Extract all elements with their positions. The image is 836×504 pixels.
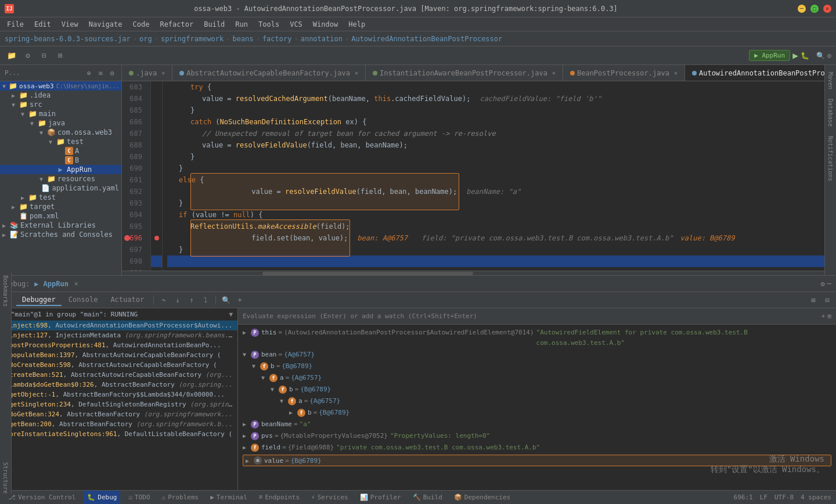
status-services[interactable]: ⚡ Services [308,491,352,505]
stack-frame-0[interactable]: inject:698, AutowiredAnnotationBeanPostP… [0,321,237,330]
scroll-thumb[interactable] [262,272,473,275]
stack-frame-3[interactable]: populateBean:1397, AbstractAutowireCapab… [0,350,237,360]
status-profiler[interactable]: 📊 Profiler [356,491,405,505]
tab-1[interactable]: AbstractAutowireCapableBeanFactory.java … [172,65,366,81]
tab-0[interactable]: .java ✕ [122,65,172,81]
run-to-cursor-btn[interactable]: ⤵ [199,294,212,307]
stack-frame-4[interactable]: doCreateBean:598, AbstractAutowireCapabl… [0,360,237,370]
menu-edit[interactable]: Edit [30,19,56,30]
debug-button[interactable]: 🐛 [801,52,809,60]
tree-test[interactable]: ▶ 📁 test [0,193,121,202]
tab-4[interactable]: AutowiredAnnotationBeanPostProcessor.jav… [685,65,824,81]
tree-main[interactable]: ▼ 📁 main [0,109,121,118]
search-button[interactable]: 🔍 [816,52,825,60]
add-watch-btn[interactable]: + [233,294,246,307]
tree-appyaml[interactable]: 📄 application.yaml [0,183,121,193]
tree-src[interactable]: ▼ 📁 src [0,100,121,109]
status-version-control[interactable]: ⎇ Version Control [5,491,79,505]
expand-all-icon[interactable]: ⊞ [827,312,831,320]
database-tab[interactable]: Database [825,96,836,129]
var-bean[interactable]: ▼ P bean = {A@6757} [238,349,836,361]
tab-2[interactable]: InstantiationAwareBeanPostProcessor.java… [366,65,563,81]
var-pvs[interactable]: ▶ P pvs = {MutablePropertyValues@7052} "… [238,430,836,442]
var-bean-b[interactable]: ▼ f b = {B@6789} [238,361,836,372]
sidebar-icon-2[interactable]: ≡ [96,69,105,78]
tab-2-close[interactable]: ✕ [552,70,556,76]
menu-tools[interactable]: Tools [254,19,284,30]
debug-apprun[interactable]: AppRun [44,280,69,288]
project-tool-icon[interactable]: 📁 [5,49,19,63]
breadcrumb-jar[interactable]: spring-beans-6.0.3-sources.jar [5,35,131,43]
settings-icon[interactable]: ⚙ [21,49,35,63]
tree-java[interactable]: ▼ 📁 java [0,118,121,128]
sidebar-icon-3[interactable]: ⚙ [107,69,117,78]
evaluate-btn[interactable]: 🔍 [219,294,232,307]
var-field[interactable]: ▶ f field = {Field@6988} "private com.os… [238,442,836,453]
stack-frame-9[interactable]: doGetBean:324, AbstractBeanFactory (org.… [0,409,237,419]
var-bean-b-a-b-b[interactable]: ▶ f b = {B@6789} [238,407,836,419]
breadcrumb-factory[interactable]: factory [262,35,292,43]
stack-frame-8[interactable]: getSingleton:234, DefaultSingletonBeanRe… [0,399,237,409]
layout-btn[interactable]: ⊞ [807,294,820,307]
tree-apprun[interactable]: ▶ AppRun [0,165,121,174]
maven-tab[interactable]: Maven [825,70,836,92]
var-bean-b-a-b[interactable]: ▼ f b = {B@6789} [238,384,836,395]
tree-class-a[interactable]: C A [0,146,121,156]
menu-vcs[interactable]: VCS [285,19,307,30]
debugger-tab[interactable]: Debugger [16,294,62,306]
tab-0-close[interactable]: ✕ [161,70,165,76]
eval-bar[interactable]: Evaluate expression (Enter) or add a wat… [238,308,836,325]
collapse-icon[interactable]: ⊟ [37,49,51,63]
step-into-btn[interactable]: ↓ [171,294,184,307]
menu-file[interactable]: File [2,19,28,30]
menu-view[interactable]: View [57,19,83,30]
run-button[interactable]: ▶ [792,50,798,61]
tree-external-libs[interactable]: ▶ 📚 External Libraries [0,221,121,230]
app-run-selector[interactable]: ▶ AppRun [749,50,790,61]
tab-3-close[interactable]: ✕ [674,70,678,76]
status-todo[interactable]: ☑ TODO [125,491,153,505]
stack-frame-2[interactable]: postProcessProperties:481, AutowiredAnno… [0,340,237,350]
status-terminal[interactable]: ▶ Terminal [207,491,251,505]
menu-window[interactable]: Window [308,19,343,30]
stack-frame-5[interactable]: createBean:521, AbstractAutowireCapableB… [0,370,237,380]
tree-target[interactable]: ▶ 📁 target [0,202,121,211]
breadcrumb-annotation[interactable]: annotation [301,35,343,43]
console-tab[interactable]: Console [63,294,104,306]
menu-build[interactable]: Build [199,19,229,30]
status-problems[interactable]: ⚠ Problems [158,491,203,505]
filter-icon[interactable]: ▼ [229,311,233,318]
tree-pom[interactable]: 📋 pom.xml [0,211,121,221]
step-over-btn[interactable]: ↷ [157,294,170,307]
var-value-highlighted[interactable]: ▶ ≡ value = {B@6789} [243,455,831,466]
stack-frame-6[interactable]: lambda$doGetBean$0:326, AbstractBeanFact… [0,380,237,390]
code-scrollbar[interactable] [122,271,824,275]
structure-label[interactable]: Structure [2,462,9,490]
breadcrumb-springframework[interactable]: springframework [161,35,224,43]
notifications-tab[interactable]: Notifications [825,134,836,183]
status-endpoints[interactable]: ⌘ Endpoints [255,491,303,505]
menu-refactor[interactable]: Refactor [155,19,198,30]
debug-settings-icon[interactable]: ⚙ [821,280,825,288]
tree-class-b[interactable]: C B [0,156,121,165]
code-lines[interactable]: try { value = resolvedCachedArgument(bea… [163,81,824,271]
var-beanname[interactable]: ▶ P beanName = "a" [238,419,836,430]
stack-frame-7[interactable]: getObject:-1, AbstractBeanFactory$$Lambd… [0,390,237,399]
var-bean-b-a-b-a[interactable]: ▼ f a = {A@6757} [238,395,836,407]
stack-frame-10[interactable]: getBean:200, AbstractBeanFactory (org.sp… [0,419,237,429]
tab-3[interactable]: BeanPostProcessor.java ✕ [563,65,685,81]
breadcrumb-org[interactable]: org [139,35,152,43]
tree-resources[interactable]: ▼ 📁 resources [0,174,121,183]
tab-1-close[interactable]: ✕ [355,70,358,76]
stack-frame-11[interactable]: preInstantiateSingletons:961, DefaultLis… [0,429,237,439]
step-out-btn[interactable]: ↑ [185,294,198,307]
expand-icon[interactable]: ⊞ [53,49,67,63]
sidebar-icon-1[interactable]: ⊕ [84,69,93,78]
tree-test-pkg[interactable]: ▼ 📁 test [0,137,121,146]
status-dependencies[interactable]: 📦 Dependencies [451,491,514,505]
breadcrumb-beans[interactable]: beans [233,35,254,43]
var-this[interactable]: ▶ P this = (AutowiredAnnotationBeanPostP… [238,327,836,349]
menu-help[interactable]: Help [344,19,370,30]
var-bean-b-a[interactable]: ▼ f a = {A@6757} [238,372,836,384]
gear-settings-icon[interactable]: ⚙ [827,52,831,60]
